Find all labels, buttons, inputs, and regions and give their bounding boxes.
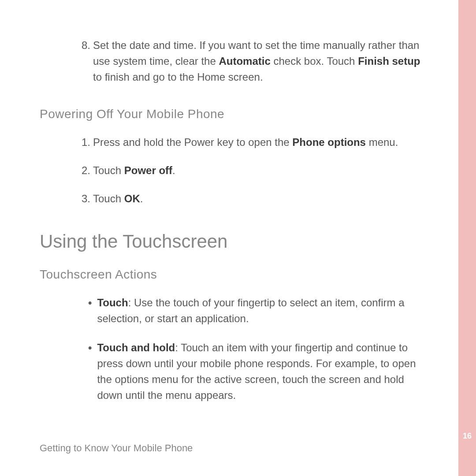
powering-off-list: 1. Press and hold the Power key to open … — [82, 134, 432, 207]
bullet-icon: • — [88, 340, 92, 403]
list-item: • Touch: Use the touch of your fingertip… — [88, 295, 432, 327]
step-8-number: 8. — [82, 37, 90, 85]
bullet-icon: • — [88, 295, 92, 327]
sidebar-stripe — [458, 0, 476, 476]
list-item: 2. Touch Power off. — [82, 163, 432, 178]
page-number: 16 — [458, 431, 476, 441]
touchscreen-heading: Using the Touchscreen — [40, 231, 432, 252]
touchscreen-bullets: • Touch: Use the touch of your fingertip… — [88, 295, 432, 403]
list-item: 3. Touch OK. — [82, 191, 432, 207]
step-8: 8. Set the date and time. If you want to… — [82, 37, 432, 85]
powering-off-heading: Powering Off Your Mobile Phone — [40, 107, 432, 121]
page-content: 8. Set the date and time. If you want to… — [0, 0, 458, 403]
step-8-body: Set the date and time. If you want to se… — [93, 37, 432, 85]
list-item: • Touch and hold: Touch an item with you… — [88, 340, 432, 403]
touchscreen-actions-heading: Touchscreen Actions — [40, 268, 432, 282]
footer-text: Getting to Know Your Mobile Phone — [40, 443, 193, 454]
list-item: 1. Press and hold the Power key to open … — [82, 134, 432, 150]
